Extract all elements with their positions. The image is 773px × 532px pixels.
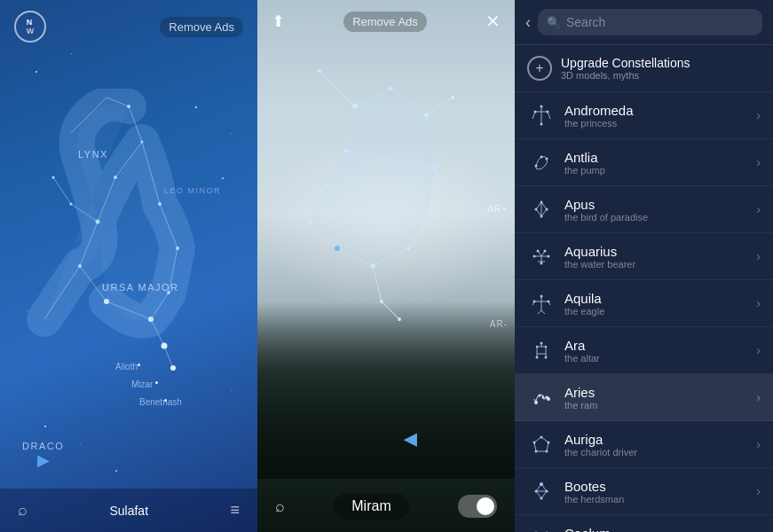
list-item-aquila[interactable]: Aquila the eagle › [515,280,773,327]
aquarius-icon [527,242,556,270]
ar-toggle[interactable] [458,495,497,518]
svg-point-107 [540,342,543,345]
right-top-bar: ‹ 🔍 Search [515,0,773,45]
list-item-ara[interactable]: Ara the altar › [515,327,773,374]
list-item-auriga[interactable]: Auriga the chariot driver › [515,421,773,468]
apus-text: Apus the bird of paradise [564,197,747,223]
svg-point-117 [547,397,550,401]
svg-point-129 [540,482,543,486]
andromeda-text: Andromeda the princess [564,103,747,129]
svg-point-71 [547,111,549,113]
left-top-bar: NW Remove Ads [0,0,257,53]
list-item-andromeda[interactable]: Andromeda the princess › [515,92,773,139]
auriga-name: Auriga [564,432,747,447]
andromeda-subtitle: the princess [564,118,747,129]
svg-point-72 [535,165,538,168]
svg-line-48 [382,301,399,319]
aries-subtitle: the ram [564,400,747,411]
upgrade-title: Upgrade Constellations [561,56,761,70]
ursa-major-label: URSA MAJOR [102,282,179,293]
svg-point-83 [540,215,543,218]
ara-chevron: › [756,343,761,357]
remove-ads-left-button[interactable]: Remove Ads [160,17,243,37]
bootes-chevron: › [756,484,761,498]
compass-icon[interactable]: NW [14,11,46,43]
svg-line-36 [426,98,453,115]
svg-point-123 [533,442,536,444]
search-box[interactable]: 🔍 Search [538,9,762,35]
aquila-chevron: › [756,296,761,310]
middle-panel: ⬆ Remove Ads ✕ AR+ AR- [257,0,515,532]
caelum-name: Caelum [564,526,747,533]
upgrade-item[interactable]: + Upgrade Constellations 3D models, myth… [515,45,773,92]
bottom-star-name-mid[interactable]: Miram [334,493,408,520]
back-button[interactable]: ‹ [525,13,531,32]
left-bottom-bar: ⌕ Sulafat ≡ [0,489,257,532]
left-panel: NW Remove Ads [0,0,257,532]
upgrade-text: Upgrade Constellations 3D models, myths [561,56,761,81]
svg-marker-118 [534,437,548,451]
svg-line-126 [536,491,541,498]
close-button[interactable]: ✕ [485,11,501,32]
search-icon-mid[interactable]: ⌕ [275,497,285,516]
list-item-aquarius[interactable]: Aquarius the water bearer › [515,233,773,280]
caelum-icon [527,524,556,532]
ara-subtitle: the altar [564,353,747,364]
andromeda-name: Andromeda [564,103,747,118]
svg-point-90 [548,255,550,258]
ara-name: Ara [564,338,747,353]
svg-point-113 [534,401,538,404]
svg-point-109 [545,346,547,348]
search-icon-left[interactable]: ⌕ [18,501,28,520]
aries-icon [527,383,556,411]
svg-point-89 [533,255,536,258]
svg-point-73 [540,156,543,159]
middle-top-bar: ⬆ Remove Ads ✕ [257,0,515,43]
svg-point-82 [535,208,538,211]
svg-point-69 [540,123,543,126]
auriga-subtitle: the chariot driver [564,447,747,458]
aries-name: Aries [564,385,747,400]
ar-pointer-mid: ▶ [404,431,417,452]
apus-chevron: › [756,202,761,216]
svg-point-120 [548,442,550,444]
aquarius-name: Aquarius [564,244,747,259]
antlia-icon [527,148,556,176]
bootes-subtitle: the herdsman [564,494,747,505]
svg-line-47 [373,266,382,301]
share-icon[interactable]: ⬆ [272,12,285,31]
svg-line-76 [536,202,541,209]
svg-point-49 [318,69,321,73]
upgrade-plus-icon: + [527,56,552,81]
svg-line-77 [536,209,541,216]
svg-point-62 [380,300,383,303]
list-item-caelum[interactable]: Caelum the chisel › [515,515,773,532]
svg-point-108 [536,346,538,348]
constellation-list: + Upgrade Constellations 3D models, myth… [515,45,773,532]
svg-line-127 [541,491,547,498]
menu-icon-left[interactable]: ≡ [230,501,240,520]
svg-point-29 [70,203,73,206]
svg-point-31 [162,343,168,349]
aquarius-text: Aquarius the water bearer [564,244,747,270]
list-item-aries[interactable]: Aries the ram › [515,374,773,421]
auriga-text: Auriga the chariot driver [564,432,747,458]
svg-point-91 [537,250,540,253]
list-item-bootes[interactable]: Bootes the herdsman › [515,468,773,515]
bootes-icon [527,477,556,505]
svg-point-63 [398,317,401,321]
svg-point-30 [52,176,55,179]
apus-subtitle: the bird of paradise [564,212,747,223]
caelum-text: Caelum the chisel [564,526,747,533]
list-item-apus[interactable]: Apus the bird of paradise › [515,186,773,233]
svg-line-99 [541,310,545,314]
remove-ads-mid-button[interactable]: Remove Ads [343,12,427,32]
apus-icon [527,195,556,223]
svg-point-80 [540,201,543,204]
aquila-icon [527,289,556,317]
leo-minor-label: LEO MINOR [164,186,221,195]
svg-point-119 [540,436,543,439]
ar-pointer-left: ▶ [37,450,50,470]
list-item-antlia[interactable]: Antlia the pump › [515,139,773,186]
ara-icon [527,336,556,364]
